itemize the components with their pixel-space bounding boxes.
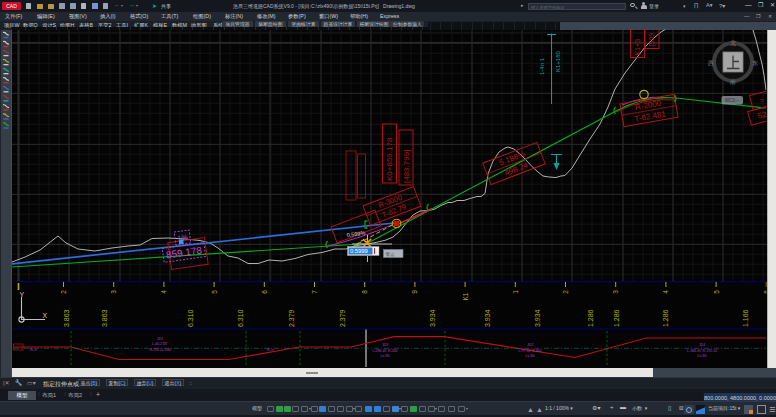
svg-text:1.286: 1.286 — [587, 309, 594, 327]
svg-text:3.863: 3.863 — [63, 309, 70, 327]
svg-text:R-250 Ls-100: R-250 Ls-100 — [149, 348, 170, 352]
svg-text:2: 2 — [60, 290, 67, 294]
svg-text:2: 2 — [562, 290, 569, 294]
svg-text:4: 4 — [160, 290, 167, 294]
svg-text:[509: [509 — [648, 33, 656, 47]
svg-text:1.286: 1.286 — [662, 309, 669, 327]
svg-text:WCS:--: WCS:-- — [725, 98, 740, 103]
svg-text:8: 8 — [361, 290, 368, 294]
svg-text:K1+3: K1+3 — [634, 39, 641, 56]
svg-text:东: 东 — [752, 59, 758, 66]
svg-text:3: 3 — [612, 290, 619, 294]
svg-text:1.166: 1.166 — [742, 309, 749, 327]
svg-text:3.934: 3.934 — [484, 309, 491, 327]
svg-text:南: 南 — [730, 79, 736, 85]
svg-text:管点: 管点 — [386, 251, 396, 257]
svg-text:Ls-80: Ls-80 — [526, 354, 535, 358]
svg-text:K0+859.178: K0+859.178 — [385, 137, 394, 181]
svg-text:JD1: JD1 — [157, 337, 163, 341]
svg-text:R-∞: R-∞ — [30, 347, 37, 352]
svg-text:R-∞: R-∞ — [267, 347, 274, 352]
svg-text:西: 西 — [708, 60, 714, 67]
svg-text:5: 5 — [713, 290, 720, 294]
svg-text:JD2: JD2 — [527, 343, 533, 347]
svg-text:1: 1 — [512, 290, 519, 294]
svg-text:K1+180: K1+180 — [555, 50, 561, 72]
svg-text:0.599%: 0.599% — [346, 230, 365, 238]
svg-text:5: 5 — [211, 290, 218, 294]
svg-text:3: 3 — [110, 290, 117, 294]
svg-text:[483.799]: [483.799] — [402, 150, 411, 183]
svg-text:L-286.45' R-266: L-286.45' R-266 — [373, 349, 398, 353]
svg-text:Ls-80: Ls-80 — [698, 354, 707, 358]
svg-text:6.310: 6.310 — [237, 309, 244, 327]
svg-text:2.379: 2.379 — [288, 309, 295, 327]
svg-text:=: = — [759, 96, 765, 104]
svg-text:7: 7 — [311, 290, 318, 294]
svg-text:Ls-90: Ls-90 — [381, 354, 390, 358]
svg-text:JD3: JD3 — [382, 343, 388, 347]
svg-text:Y: Y — [20, 291, 25, 298]
svg-text:0.5999: 0.5999 — [350, 248, 368, 254]
svg-text:L-184.45' R-191.54: L-184.45' R-191.54 — [687, 349, 717, 353]
svg-text:2.379: 2.379 — [339, 309, 346, 327]
svg-text:X: X — [43, 312, 48, 319]
svg-text:3.934: 3.934 — [429, 309, 436, 327]
svg-text:4: 4 — [662, 290, 669, 294]
svg-text:JD4: JD4 — [699, 343, 705, 347]
svg-text:L-97.33' R-300: L-97.33' R-300 — [518, 349, 541, 353]
svg-text:K1: K1 — [462, 292, 469, 300]
svg-text:3.863: 3.863 — [101, 309, 108, 327]
svg-text:L-40.2'33'': L-40.2'33'' — [152, 342, 168, 346]
svg-text:6.310: 6.310 — [187, 309, 194, 327]
svg-text:6: 6 — [261, 290, 268, 294]
svg-text:9: 9 — [411, 290, 418, 294]
svg-text:1-4n 1: 1-4n 1 — [539, 57, 545, 75]
svg-text:1.286: 1.286 — [613, 309, 620, 327]
svg-text:北: 北 — [730, 39, 736, 47]
svg-text:3.934: 3.934 — [534, 309, 541, 327]
